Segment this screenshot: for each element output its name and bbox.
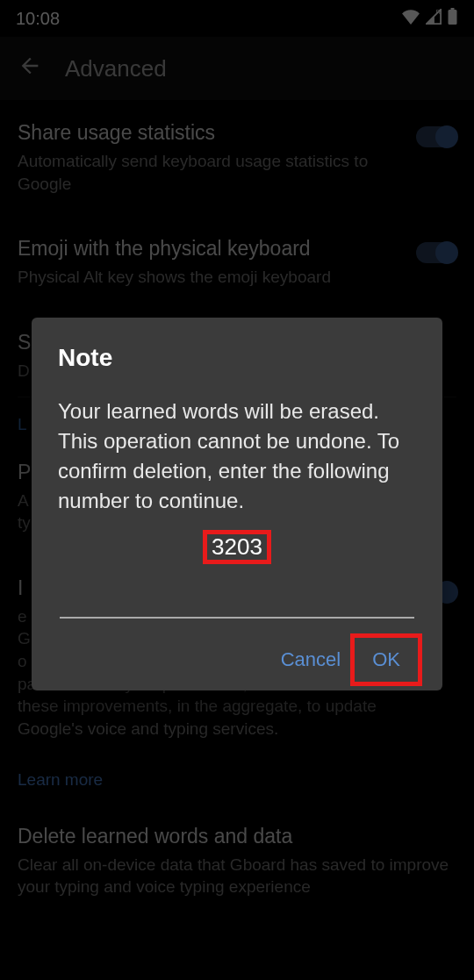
dialog-title: Note — [58, 344, 416, 372]
confirmation-number: 3203 — [205, 532, 269, 562]
confirm-dialog: Note Your learned words will be erased. … — [32, 318, 442, 690]
dialog-message: Your learned words will be erased. This … — [58, 397, 416, 516]
ok-button[interactable]: OK — [356, 640, 416, 680]
dialog-actions: Cancel OK — [58, 640, 416, 680]
confirmation-input[interactable] — [60, 587, 414, 619]
cancel-button[interactable]: Cancel — [265, 640, 356, 680]
